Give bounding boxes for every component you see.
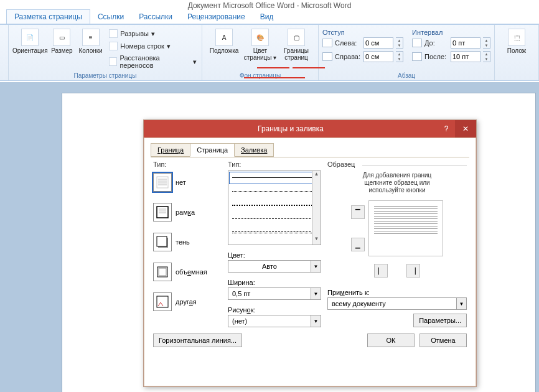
style-list[interactable]: ▲▼ — [228, 170, 321, 245]
dialog-tabs: Граница Страница Заливка — [144, 138, 476, 157]
apply-label: Применить к: — [327, 289, 370, 296]
art-combo[interactable]: (нет)▼ — [228, 315, 321, 327]
indent-left-label: Слева: — [335, 39, 361, 47]
setting-none-label: нет — [176, 179, 186, 186]
setting-label: Тип: — [153, 161, 222, 168]
indent-right-input[interactable] — [363, 51, 393, 62]
setting-shadow-label: тень — [176, 238, 190, 246]
page-borders-label: Границы страниц — [278, 47, 314, 61]
color-label: Цвет: — [228, 251, 321, 259]
page-setup-group-label: Параметры страницы — [12, 71, 198, 79]
style-label: Тип: — [228, 161, 321, 168]
page-color-button[interactable]: 🎨 Цвет страницы ▾ — [242, 27, 278, 71]
indent-left[interactable]: Слева: ▲▼ — [322, 37, 403, 49]
style-scrollbar[interactable]: ▲▼ — [312, 171, 321, 245]
tab-page[interactable]: Страница — [190, 143, 235, 157]
position-button[interactable]: ⬚ Полож — [499, 27, 535, 78]
params-button[interactable]: Параметры... — [413, 314, 467, 327]
tab-shading[interactable]: Заливка — [234, 143, 274, 157]
apply-combo[interactable]: всему документу▼ — [327, 297, 467, 310]
page-borders-icon: ▢ — [288, 29, 305, 46]
group-page-background: A Подложка 🎨 Цвет страницы ▾ ▢ Границы с… — [202, 25, 319, 80]
hyphen-icon — [109, 57, 117, 66]
dialog-title: Границы и заливка — [144, 124, 438, 133]
dialog-close-button[interactable]: ✕ — [455, 120, 476, 138]
indent-heading: Отступ — [322, 27, 403, 37]
border-bottom-toggle[interactable]: ▁ — [351, 238, 365, 251]
spacing-after-icon — [412, 52, 422, 61]
setting-shadow[interactable]: тень — [153, 233, 222, 251]
svg-rect-10 — [157, 236, 167, 246]
color-value: Авто — [228, 263, 311, 270]
setting-custom[interactable]: другая — [153, 292, 222, 311]
spacing-before-input[interactable] — [451, 37, 480, 49]
width-combo[interactable]: 0,5 пт▼ — [228, 287, 321, 300]
annotation-page-borders — [293, 67, 325, 68]
breaks-label: Разрывы — [120, 30, 149, 37]
setting-box[interactable]: рамка — [153, 203, 222, 222]
art-label: Рисунок: — [228, 306, 321, 314]
setting-box-icon — [153, 203, 172, 222]
horizontal-line-button[interactable]: Горизонтальная линия... — [153, 334, 242, 347]
orientation-button[interactable]: 📄 Ориентация — [12, 27, 48, 71]
paragraph-group-label: Абзац — [322, 71, 490, 79]
cancel-button[interactable]: Отмена — [419, 334, 467, 347]
size-button[interactable]: ▭ Размер — [48, 27, 76, 71]
position-icon: ⬚ — [508, 29, 525, 46]
annotation-page-color — [257, 67, 289, 68]
apply-value: всему документу — [328, 300, 456, 307]
tab-review[interactable]: Рецензирование — [180, 10, 253, 24]
color-combo[interactable]: Авто▼ — [228, 260, 321, 273]
columns-button[interactable]: ≡ Колонки — [76, 27, 105, 71]
setting-none[interactable]: нет — [153, 173, 222, 192]
preview-page[interactable] — [368, 200, 443, 256]
setting-shadow-icon — [153, 233, 172, 251]
svg-rect-0 — [157, 177, 168, 188]
line-numbers-icon — [109, 42, 118, 50]
tab-references[interactable]: Ссылки — [90, 10, 131, 24]
tab-page-layout[interactable]: Разметка страницы — [6, 9, 90, 24]
indent-right[interactable]: Справа: ▲▼ — [322, 51, 403, 62]
page-borders-button[interactable]: ▢ Границы страниц — [278, 27, 314, 71]
svg-rect-12 — [159, 268, 166, 276]
orientation-icon: 📄 — [21, 29, 39, 46]
dialog-titlebar: Границы и заливка ? ✕ — [144, 120, 476, 138]
dialog-help-button[interactable]: ? — [438, 124, 455, 133]
indent-left-input[interactable] — [363, 37, 393, 49]
ok-button[interactable]: ОК — [367, 334, 415, 347]
border-right-toggle[interactable]: ▕ — [406, 264, 420, 278]
position-label: Полож — [507, 47, 527, 54]
indent-right-label: Справа: — [335, 53, 361, 60]
setting-3d-label: объемная — [176, 268, 207, 276]
watermark-button[interactable]: A Подложка — [206, 27, 242, 71]
group-paragraph: Отступ Слева: ▲▼ Справа: ▲▼ Интервал — [319, 25, 495, 80]
indent-left-spinner[interactable]: ▲▼ — [396, 37, 403, 49]
spacing-after-input[interactable] — [451, 51, 480, 62]
spacing-before-spinner[interactable]: ▲▼ — [483, 37, 490, 49]
tab-view[interactable]: Вид — [253, 10, 281, 24]
line-numbers-button[interactable]: Номера строк ▾ — [108, 41, 198, 51]
border-left-toggle[interactable]: ▏ — [374, 264, 388, 278]
hyphenation-button[interactable]: Расстановка переносов ▾ — [108, 54, 198, 70]
svg-rect-5 — [157, 207, 168, 218]
page-color-label: Цвет страницы ▾ — [242, 47, 278, 61]
size-icon: ▭ — [53, 29, 70, 46]
setting-3d[interactable]: объемная — [153, 263, 222, 281]
tab-border[interactable]: Граница — [151, 143, 190, 157]
preview-label: Образец — [327, 161, 467, 168]
spacing-after[interactable]: После: ▲▼ — [412, 51, 490, 62]
line-numbers-label: Номера строк — [120, 42, 164, 50]
spacing-after-spinner[interactable]: ▲▼ — [483, 51, 490, 62]
tab-mailings[interactable]: Рассылки — [131, 10, 180, 24]
breaks-button[interactable]: Разрывы ▾ — [108, 29, 198, 39]
columns-label: Колонки — [79, 47, 103, 54]
spacing-heading: Интервал — [412, 27, 490, 37]
indent-right-icon — [322, 52, 332, 61]
spacing-after-label: После: — [424, 53, 448, 60]
border-top-toggle[interactable]: ▔ — [351, 205, 365, 219]
indent-right-spinner[interactable]: ▲▼ — [396, 51, 403, 62]
orientation-label: Ориентация — [12, 47, 48, 54]
spacing-before-icon — [412, 39, 422, 47]
spacing-before[interactable]: До: ▲▼ — [412, 37, 490, 49]
setting-3d-icon — [153, 263, 172, 281]
